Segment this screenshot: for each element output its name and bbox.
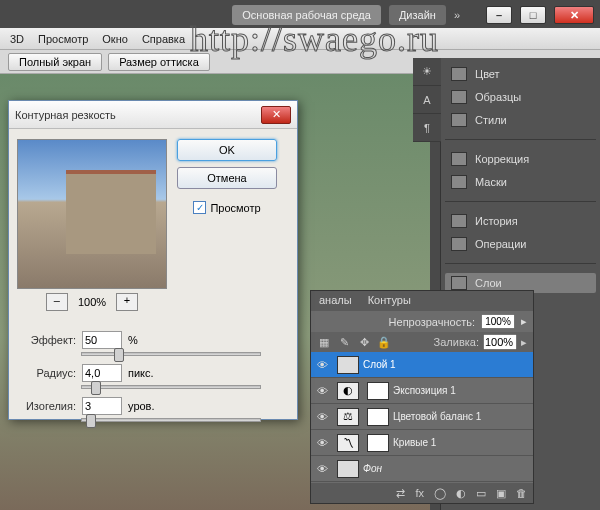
trash-icon[interactable]: 🗑	[516, 487, 527, 499]
window-minimize-button[interactable]: –	[486, 6, 512, 24]
mask-add-icon[interactable]: ◯	[434, 487, 446, 500]
lock-move-icon[interactable]: ✥	[357, 335, 371, 349]
fx-icon[interactable]: fx	[415, 487, 424, 499]
link-icon[interactable]: ⇄	[396, 487, 405, 500]
menu-help[interactable]: Справка	[142, 33, 185, 45]
effect-label: Эффект:	[21, 334, 76, 346]
dialog-titlebar[interactable]: Контурная резкость ✕	[9, 101, 297, 129]
threshold-input[interactable]	[82, 397, 122, 415]
threshold-slider[interactable]	[81, 418, 261, 422]
lock-all-icon[interactable]: 🔒	[377, 335, 391, 349]
layer-row[interactable]: 👁 ⚖ Цветовой баланс 1	[311, 404, 533, 430]
cancel-button[interactable]: Отмена	[177, 167, 277, 189]
fill-chevron-icon[interactable]: ▸	[521, 336, 527, 349]
preview-image[interactable]	[17, 139, 167, 289]
workspace-active[interactable]: Основная рабочая среда	[232, 5, 381, 25]
ok-button[interactable]: OK	[177, 139, 277, 161]
eye-icon[interactable]: 👁	[311, 411, 333, 423]
adjustment-icon[interactable]: ◐	[337, 382, 359, 400]
panel-color[interactable]: Цвет	[445, 64, 596, 84]
lock-pixels-icon[interactable]: ▦	[317, 335, 331, 349]
mask-thumb[interactable]	[367, 434, 389, 452]
radius-slider[interactable]	[81, 385, 261, 389]
dialog-close-button[interactable]: ✕	[261, 106, 291, 124]
layer-thumb[interactable]	[337, 460, 359, 478]
checkbox-icon: ✓	[193, 201, 206, 214]
effect-unit: %	[128, 334, 138, 346]
text-icon[interactable]: A	[413, 86, 441, 114]
adjustment-icon[interactable]: ⚖	[337, 408, 359, 426]
panel-masks[interactable]: Маски	[445, 172, 596, 192]
slider-thumb[interactable]	[91, 381, 101, 395]
layer-row[interactable]: 👁 〽 Кривые 1	[311, 430, 533, 456]
fill-input[interactable]	[483, 334, 517, 350]
paragraph-icon[interactable]: ¶	[413, 114, 441, 142]
styles-icon	[451, 113, 467, 127]
eye-icon[interactable]: 👁	[311, 359, 333, 371]
tab-channels[interactable]: аналы	[311, 291, 360, 311]
layers-panel-tabs: аналы Контуры	[311, 291, 533, 311]
adjust-icon	[451, 152, 467, 166]
layer-row[interactable]: 👁 ◐ Экспозиция 1	[311, 378, 533, 404]
effect-input[interactable]	[82, 331, 122, 349]
slider-thumb[interactable]	[86, 414, 96, 428]
fill-label: Заливка:	[434, 336, 479, 348]
adjust-add-icon[interactable]: ◐	[456, 487, 466, 500]
opacity-input[interactable]	[481, 314, 515, 329]
panel-swatches[interactable]: Образцы	[445, 87, 596, 107]
eye-icon[interactable]: 👁	[311, 463, 333, 475]
tab-paths[interactable]: Контуры	[360, 291, 419, 311]
panel-adjustments[interactable]: Коррекция	[445, 149, 596, 169]
layer-thumb[interactable]	[337, 356, 359, 374]
lock-brush-icon[interactable]: ✎	[337, 335, 351, 349]
menu-3d[interactable]: 3D	[10, 33, 24, 45]
layer-row[interactable]: 👁 Слой 1	[311, 352, 533, 378]
effect-slider[interactable]	[81, 352, 261, 356]
radius-unit: пикс.	[128, 367, 154, 379]
slider-thumb[interactable]	[114, 348, 124, 362]
layers-panel: аналы Контуры Непрозрачность: ▸ ▦ ✎ ✥ 🔒 …	[310, 290, 534, 504]
mask-icon	[451, 175, 467, 189]
layers-icon	[451, 276, 467, 290]
zoom-in-button[interactable]: +	[116, 293, 138, 311]
grid-icon	[451, 90, 467, 104]
menu-bar: 3D Просмотр Окно Справка	[0, 28, 600, 50]
fullscreen-button[interactable]: Полный экран	[8, 53, 102, 71]
collapsed-icon-strip: ☀ A ¶	[413, 58, 441, 142]
window-maximize-button[interactable]: □	[520, 6, 546, 24]
panel-styles[interactable]: Стили	[445, 110, 596, 130]
new-layer-icon[interactable]: ▣	[496, 487, 506, 500]
adjustment-icon[interactable]: 〽	[337, 434, 359, 452]
zoom-level: 100%	[78, 296, 106, 308]
eye-icon[interactable]: 👁	[311, 385, 333, 397]
opacity-label: Непрозрачность:	[389, 316, 475, 328]
zoom-out-button[interactable]: –	[46, 293, 68, 311]
mask-thumb[interactable]	[367, 382, 389, 400]
brightness-icon[interactable]: ☀	[413, 58, 441, 86]
layers-list: 👁 Слой 1 👁 ◐ Экспозиция 1 👁 ⚖ Цветовой б…	[311, 352, 533, 482]
smart-sharpen-dialog: Контурная резкость ✕ – 100% + OK Отмена …	[8, 100, 298, 420]
workspace-other[interactable]: Дизайн	[389, 5, 446, 25]
eye-icon[interactable]: 👁	[311, 437, 333, 449]
menu-view[interactable]: Просмотр	[38, 33, 88, 45]
panel-history[interactable]: История	[445, 211, 596, 231]
layer-row[interactable]: 👁 Фон	[311, 456, 533, 482]
history-icon	[451, 214, 467, 228]
preview-checkbox[interactable]: ✓ Просмотр	[193, 201, 260, 214]
threshold-label: Изогелия:	[21, 400, 76, 412]
workspace-chevrons-icon[interactable]: »	[454, 9, 460, 21]
folder-icon[interactable]: ▭	[476, 487, 486, 500]
workspace-bar: Основная рабочая среда Дизайн » – □ ✕	[0, 2, 600, 28]
opacity-chevron-icon[interactable]: ▸	[521, 315, 527, 328]
radius-label: Радиус:	[21, 367, 76, 379]
radius-input[interactable]	[82, 364, 122, 382]
dialog-title-text: Контурная резкость	[15, 109, 116, 121]
mask-thumb[interactable]	[367, 408, 389, 426]
window-close-button[interactable]: ✕	[554, 6, 594, 24]
panel-actions[interactable]: Операции	[445, 234, 596, 254]
menu-window[interactable]: Окно	[102, 33, 128, 45]
layers-footer: ⇄ fx ◯ ◐ ▭ ▣ 🗑	[311, 483, 533, 503]
swatch-icon	[451, 67, 467, 81]
printsize-button[interactable]: Размер оттиска	[108, 53, 210, 71]
play-icon	[451, 237, 467, 251]
